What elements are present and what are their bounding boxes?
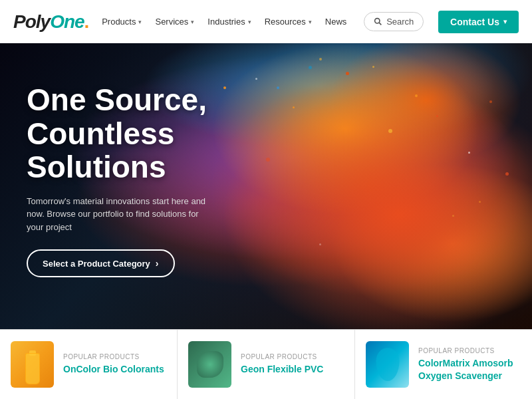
product-info-3: Popular Products ColorMatrix Amosorb Oxy…	[418, 347, 521, 381]
main-nav: Products ▾ Services ▾ Industries ▾ Resou…	[96, 13, 352, 31]
chevron-down-icon: ▾	[309, 19, 312, 25]
product-thumbnail-1	[11, 341, 54, 388]
nav-industries[interactable]: Industries ▾	[202, 13, 256, 31]
product-label-1: Popular Products	[63, 353, 166, 360]
site-header: PolyOne. Products ▾ Services ▾ Industrie…	[0, 0, 532, 43]
nav-resources[interactable]: Resources ▾	[259, 13, 317, 31]
contact-us-button[interactable]: Contact Us ▾	[438, 11, 519, 33]
hero-cta-button[interactable]: Select a Product Category ›	[27, 249, 175, 277]
product-label-2: Popular Products	[241, 353, 344, 360]
product-info-2: Popular Products Geon Flexible PVC	[241, 353, 344, 375]
chevron-down-icon: ▾	[138, 19, 142, 25]
product-thumbnail-2	[188, 341, 231, 388]
nav-services[interactable]: Services ▾	[150, 13, 200, 31]
hero-section: One Source, Countless Solutions Tomorrow…	[0, 43, 532, 329]
product-name-3: ColorMatrix Amosorb Oxygen Scavenger	[418, 357, 521, 381]
nav-products[interactable]: Products ▾	[96, 13, 147, 31]
nav-news[interactable]: News	[320, 13, 352, 31]
logo[interactable]: PolyOne.	[13, 11, 88, 33]
search-icon	[374, 17, 382, 26]
product-card-3[interactable]: Popular Products ColorMatrix Amosorb Oxy…	[355, 330, 532, 399]
chevron-down-icon: ▾	[503, 18, 507, 25]
svg-line-1	[379, 23, 381, 25]
search-button[interactable]: Search	[364, 12, 424, 31]
product-info-1: Popular Products OnColor Bio Colorants	[63, 353, 166, 375]
product-label-3: Popular Products	[418, 347, 521, 354]
product-card-2[interactable]: Popular Products Geon Flexible PVC	[178, 330, 355, 399]
arrow-right-icon: ›	[156, 258, 159, 269]
chevron-down-icon: ▾	[248, 19, 251, 25]
hero-subtitle: Tomorrow's material innovations start he…	[27, 195, 213, 234]
products-strip: Popular Products OnColor Bio Colorants P…	[0, 329, 532, 399]
product-name-1: OnColor Bio Colorants	[63, 363, 166, 375]
hero-title: One Source, Countless Solutions	[27, 83, 253, 184]
product-thumbnail-3	[366, 341, 409, 388]
chevron-down-icon: ▾	[191, 19, 194, 25]
product-card-1[interactable]: Popular Products OnColor Bio Colorants	[0, 330, 178, 399]
svg-point-0	[375, 19, 380, 23]
product-name-2: Geon Flexible PVC	[241, 363, 344, 375]
hero-content: One Source, Countless Solutions Tomorrow…	[27, 83, 253, 277]
